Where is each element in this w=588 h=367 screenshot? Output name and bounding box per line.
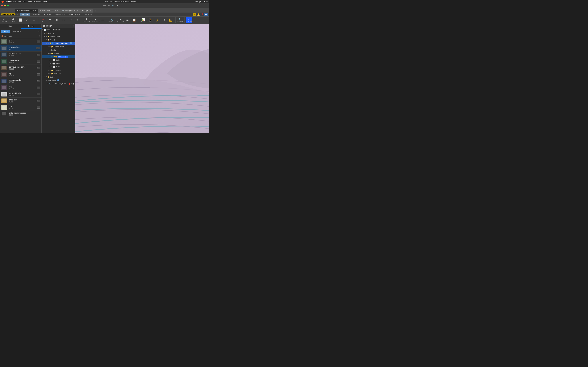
list-item[interactable]: log 3/21/21 V2 xyxy=(0,71,42,78)
menu-window[interactable]: Window xyxy=(34,1,41,3)
tree-expand-icon[interactable]: ▼ xyxy=(45,42,47,44)
tab-close-3[interactable]: ✕ xyxy=(77,10,78,11)
workspace-selector[interactable]: MANUFACTURE ▼ xyxy=(1,13,18,16)
settings-icon[interactable]: ⚙ xyxy=(38,30,40,33)
close-workspace[interactable]: ✕ xyxy=(117,5,118,7)
toolbar-tab-fabrication[interactable]: FABRICATION xyxy=(68,13,82,16)
actions-3[interactable]: 📋 xyxy=(131,17,138,23)
list-item[interactable]: terrain-491.zip 3/20/21 V1 xyxy=(0,91,42,98)
user-avatar[interactable]: FF xyxy=(204,13,208,16)
viewport-3d[interactable]: RIGHT X Y Z ↻ ✋ 🔍 ⊖ ⊡ xyxy=(75,24,209,133)
tab-add-button[interactable]: + xyxy=(94,9,97,13)
3d-adaptive[interactable]: 🔺 3D▼ xyxy=(40,17,46,23)
info-badge[interactable]: ℹ xyxy=(70,42,72,44)
tree-expand-icon[interactable]: ▶ xyxy=(47,49,49,51)
2d-face[interactable]: ▭ xyxy=(31,17,37,23)
fullscreen-button[interactable] xyxy=(7,5,9,6)
actions-2[interactable]: ◉ xyxy=(124,17,131,23)
visibility-icon[interactable]: 👁 xyxy=(46,39,47,41)
tree-expand-icon[interactable]: ▼ xyxy=(43,76,46,78)
2d-pocket[interactable]: ⬜ xyxy=(17,17,24,23)
list-item[interactable]: rawmodel-770 3/21/21 V2 xyxy=(0,51,42,58)
list-item[interactable]: map 3/20/21 V2 xyxy=(0,84,42,91)
tree-node[interactable]: ▼ 👁 📦 Models xyxy=(42,38,75,42)
tree-node[interactable]: ▼ 👁 ⚙ Setup2 ● xyxy=(42,79,75,82)
toolbar-tab-milling[interactable]: MILLING xyxy=(20,13,30,16)
tree-node[interactable]: ▼ 📄 rawmodel-491 v12 xyxy=(42,28,75,32)
manage-2[interactable]: 📱 xyxy=(147,17,154,23)
light-bulb-icon[interactable]: 💡 xyxy=(53,56,55,58)
tree-expand-icon[interactable]: ▶ xyxy=(47,83,49,85)
tab-close-2[interactable]: ✕ xyxy=(57,10,58,11)
tree-node[interactable]: ▶ 👁 📁 Sketches xyxy=(42,72,75,75)
manage-5[interactable]: 📐 xyxy=(167,17,174,23)
visibility-icon[interactable]: 👁 xyxy=(51,66,53,68)
tab-rawmodel770[interactable]: ⚙ rawmodel-770 v2* ✕ xyxy=(38,8,60,13)
visibility-icon[interactable]: 👁 xyxy=(51,63,53,64)
toolbar-tab-additive[interactable]: ADDITIVE xyxy=(42,13,53,16)
list-item[interactable]: boat 8/8/20 V1 xyxy=(0,104,42,111)
apple-menu[interactable]: 🍎 xyxy=(1,0,4,3)
list-item[interactable]: shiba negative press 8/8/20 xyxy=(0,111,42,117)
menu-edit[interactable]: Edit xyxy=(23,1,26,3)
breadcrumb-path[interactable]: cad cam xyxy=(5,35,12,37)
menu-view[interactable]: View xyxy=(28,1,32,3)
visibility-icon[interactable]: 👁 xyxy=(46,76,47,78)
toolbar-tab-turning[interactable]: TURNING xyxy=(31,13,42,16)
tree-node[interactable]: ▶ 📏 Units: in xyxy=(42,32,75,35)
tree-expand-icon[interactable]: ▼ xyxy=(45,79,47,81)
menu-help[interactable]: Help xyxy=(43,1,47,3)
menu-file[interactable]: File xyxy=(18,1,21,3)
search-icon[interactable]: 🔍 xyxy=(112,5,114,7)
list-item[interactable]: rawmodel-491 4/1/21 V12 xyxy=(0,45,42,51)
manage-btn[interactable]: 📊 MANAGE▼ xyxy=(140,17,147,23)
close-button[interactable] xyxy=(1,5,3,6)
list-item[interactable]: chesapeake bay 3/20/21 V3 xyxy=(0,78,42,84)
sidebar-tab-people[interactable]: People xyxy=(21,24,42,29)
3d-ramp[interactable]: ⟋ xyxy=(67,17,74,23)
tree-node[interactable]: ▶ 👁 💡 🔶 MeshBody3 xyxy=(42,55,75,58)
tree-expand-icon[interactable]: ▶ xyxy=(47,73,49,75)
manage-3[interactable]: ⚡ xyxy=(154,17,160,23)
tree-expand-icon[interactable]: ▼ xyxy=(43,39,46,41)
new-folder-button[interactable]: New Folder xyxy=(11,30,23,33)
upload-button[interactable]: Upload xyxy=(1,30,10,33)
visibility-icon[interactable]: 👁 xyxy=(49,73,51,75)
tab-rawmodel491[interactable]: ⚙ rawmodel-491 v12* ✕ xyxy=(15,8,38,13)
help-icon[interactable]: ❓ xyxy=(201,13,203,16)
tab-close-1[interactable]: ✕ xyxy=(35,10,36,11)
notification-badge[interactable]: 1 xyxy=(193,13,196,16)
3d-pencil[interactable]: ✏ xyxy=(74,17,81,23)
tree-node[interactable]: ▶ 👁 📁 Canvases xyxy=(42,68,75,72)
tree-expand-icon[interactable]: ▶ xyxy=(49,56,51,58)
manage-4[interactable]: ⏱ xyxy=(161,17,167,23)
visibility-icon[interactable]: 👁 xyxy=(49,46,51,48)
list-item[interactable]: grid 4/11/21 V1 xyxy=(0,38,42,45)
tree-expand-icon[interactable]: ▶ xyxy=(43,32,46,34)
tree-node[interactable]: ▶ 🔧 [T1 (5:57:42)] Paral… 🔴👁📷 xyxy=(42,82,75,85)
3d-pocket[interactable]: ▼ xyxy=(47,17,53,23)
tree-node[interactable]: ▶ 👁 ⬜ Body5 xyxy=(42,65,75,68)
visibility-eye[interactable]: 👁 xyxy=(71,83,72,84)
3d-contour[interactable]: 〇 xyxy=(60,17,67,23)
actions-btn[interactable]: ▶ ACTIONS▼ xyxy=(117,17,124,23)
visibility-icon[interactable]: 👁 xyxy=(47,80,49,81)
tree-expand-icon[interactable]: ▶ xyxy=(49,62,51,65)
modify-btn[interactable]: 🔧 MODIFY▼ xyxy=(108,17,115,23)
tree-node[interactable]: ▶ 👁 ⬜ Body4 xyxy=(42,62,75,65)
visibility-icon[interactable]: 👁 xyxy=(49,69,51,71)
setup-button[interactable]: ⚙ SETUP ▼ xyxy=(1,17,8,23)
3d-parallel[interactable]: ≡ xyxy=(53,17,60,23)
sidebar-tab-data[interactable]: Data xyxy=(0,24,21,29)
multiaxis-btn[interactable]: ✦ MULTI-AXIS▼ xyxy=(92,17,99,23)
tab-close-4[interactable]: ✕ xyxy=(90,10,91,11)
visibility-icon[interactable]: 👁 xyxy=(46,36,47,37)
toolbar-tab-utilities[interactable]: UTILITIES xyxy=(82,13,93,16)
visibility-icon[interactable]: 👁 xyxy=(47,42,49,44)
nav-back[interactable]: ⟵ xyxy=(103,5,106,7)
tree-expand-icon[interactable]: ▶ xyxy=(47,46,49,48)
visibility-icon[interactable]: 👁 xyxy=(51,59,53,61)
tab-chesapeake[interactable]: 💬 chesapeake v1 ✕ xyxy=(60,8,80,13)
tree-expand-icon[interactable]: ▼ xyxy=(42,29,44,31)
toolbar-tab-inspection[interactable]: INSPECTION xyxy=(54,13,67,16)
